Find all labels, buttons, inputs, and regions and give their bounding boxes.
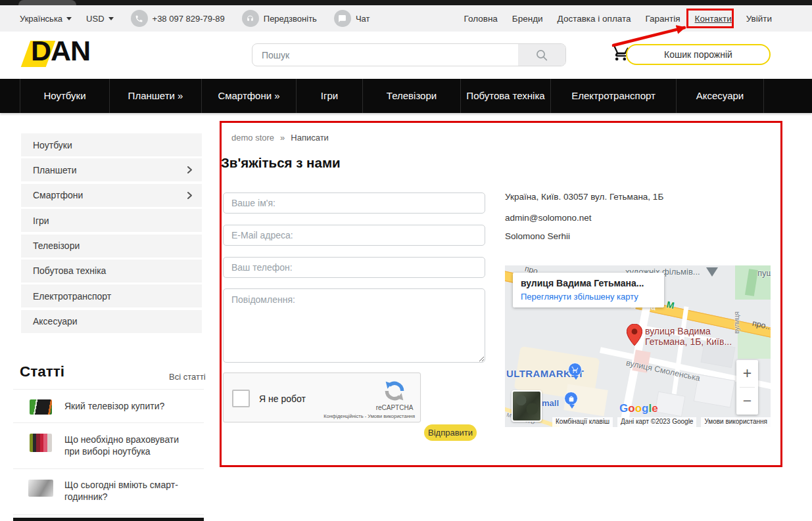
recaptcha-icon: [383, 380, 406, 405]
map-street: [671, 306, 689, 405]
callback-icon: [242, 10, 259, 27]
topbar: Українська USD +38 097 829-79-89 Передзв…: [0, 5, 812, 32]
zoom-out-button[interactable]: −: [736, 388, 758, 415]
currency-select[interactable]: USD: [86, 14, 113, 24]
callback-link[interactable]: Передзвоніть: [264, 14, 317, 24]
keyboard-shortcuts-link[interactable]: Комбінації клавіш: [552, 417, 613, 427]
recaptcha-terms-links[interactable]: Конфіденційність - Умови використання: [323, 413, 415, 419]
nav-item-smartphones[interactable]: Смартфони »: [201, 79, 296, 113]
chevron-right-icon: [187, 166, 193, 174]
info-window-title: вулиця Вадима Гетьмана...: [521, 278, 644, 288]
name-field[interactable]: [223, 193, 485, 214]
articles-all-link[interactable]: Всі статті: [169, 372, 206, 382]
breadcrumb-current: Написати: [291, 133, 329, 143]
chevron-right-icon: [187, 191, 193, 200]
sidebar-item-appliances[interactable]: Побутова техніка: [21, 260, 202, 283]
chat-link[interactable]: Чат: [356, 14, 370, 24]
divider: [13, 389, 204, 390]
breadcrumb: demo store » Написати: [231, 133, 329, 143]
sidebar-item-etransport[interactable]: Електротранспорт: [21, 284, 202, 307]
article-thumbnail[interactable]: [30, 399, 52, 415]
store-logo[interactable]: DAN: [23, 38, 115, 70]
article-thumbnail[interactable]: [30, 434, 52, 452]
browser-tab-edge: [18, 0, 76, 5]
terms-of-use-link[interactable]: Умови використання: [701, 417, 771, 427]
article-link[interactable]: Що сьогодні вміють смарт-годинник?: [64, 479, 181, 503]
topbar-link-delivery[interactable]: Доставка і оплата: [558, 14, 631, 24]
topbar-link-warranty[interactable]: Гарантія: [646, 14, 681, 24]
sidebar-item-accessories[interactable]: Аксесуари: [21, 310, 202, 333]
topbar-left: Українська USD +38 097 829-79-89 Передзв…: [20, 5, 370, 32]
articles-title: Статті: [20, 363, 64, 380]
nav-item-accessories[interactable]: Аксесуари: [676, 79, 764, 113]
language-label: Українська: [20, 14, 62, 24]
nav-item-tvs[interactable]: Телевізори: [362, 79, 460, 113]
map-marker-label: вулиця Вадима Гетьмана, 1Б, Київ...: [645, 327, 738, 347]
phone-number[interactable]: +38 097 829-79-89: [153, 14, 225, 24]
nav-item-etransport[interactable]: Електротранспорт: [550, 79, 676, 113]
language-select[interactable]: Українська: [20, 14, 72, 24]
map-poi-pin-icon[interactable]: [706, 267, 718, 277]
phone-icon: [131, 10, 148, 27]
logo-text: DAN: [31, 35, 90, 67]
sidebar-categories: Ноутбуки Планшети Смартфони Ігри Телевіз…: [21, 133, 202, 333]
sidebar-item-tvs[interactable]: Телевізори: [21, 235, 202, 258]
nav-item-games[interactable]: Ігри: [296, 79, 362, 113]
page-title: Зв'яжіться з нами: [221, 155, 341, 171]
view-larger-map-link[interactable]: Переглянути збільшену карту: [521, 292, 638, 302]
contact-address: Україна, Київ. 03057 вул. Гетьмана, 1Б: [505, 192, 663, 202]
article-thumbnail[interactable]: [28, 480, 53, 497]
chevron-down-icon: [66, 17, 72, 20]
satellite-layer-toggle[interactable]: [512, 390, 542, 422]
map-shopping-pin-icon[interactable]: [568, 363, 582, 376]
browser-edge: [0, 0, 812, 5]
topbar-link-login[interactable]: Увійти: [746, 14, 772, 24]
recaptcha-widget: Я не робот reCAPTCHA Конфіденційність - …: [223, 373, 421, 422]
sidebar-item-tablets[interactable]: Планшети: [21, 158, 202, 181]
cart-status-label: Кошик порожній: [664, 49, 732, 60]
article-link[interactable]: Що необхідно враховувати при виборі ноут…: [64, 434, 181, 457]
map-data-attribution: Дані карт ©2023 Google: [617, 417, 696, 427]
nav-item-appliances[interactable]: Побутова техніка: [460, 79, 550, 113]
sidebar-item-laptops[interactable]: Ноутбуки: [21, 133, 202, 156]
search-input[interactable]: [252, 44, 518, 66]
map-attribution: Комбінації клавіш Дані карт ©2023 Google…: [552, 417, 771, 427]
search-bar: [252, 43, 566, 66]
map-info-window: вулиця Вадима Гетьмана... Переглянути зб…: [513, 273, 664, 307]
email-field[interactable]: [223, 225, 485, 246]
divider: [13, 514, 204, 515]
currency-label: USD: [86, 14, 104, 24]
chevron-down-icon: [108, 17, 114, 20]
map-building: [655, 392, 686, 417]
map-marker-icon[interactable]: [627, 324, 642, 348]
recaptcha-brand: reCAPTCHA: [373, 404, 416, 411]
google-map[interactable]: художніх фільмів... пущ про... ька М про…: [505, 265, 771, 427]
cart-status-button[interactable]: Кошик порожній: [626, 44, 771, 65]
sidebar-item-games[interactable]: Ігри: [21, 209, 202, 232]
article-link[interactable]: Який телевізор купити?: [64, 400, 181, 412]
map-area-label: пущ: [757, 268, 771, 278]
recaptcha-checkbox[interactable]: [232, 390, 250, 407]
google-logo[interactable]: Google: [619, 402, 658, 415]
topbar-link-home[interactable]: Головна: [464, 14, 498, 24]
nav-item-tablets[interactable]: Планшети »: [109, 79, 201, 113]
divider: [13, 468, 204, 469]
nav-item-laptops[interactable]: Ноутбуки: [20, 79, 109, 113]
phone-field[interactable]: [223, 257, 485, 278]
message-field[interactable]: [223, 288, 485, 363]
topbar-link-brands[interactable]: Бренди: [512, 14, 543, 24]
topbar-links: Головна Бренди Доставка і оплата Гаранті…: [464, 5, 772, 32]
topbar-link-contacts[interactable]: Контакти: [695, 14, 732, 24]
submit-button[interactable]: Відправити: [424, 424, 477, 441]
sidebar-item-smartphones[interactable]: Смартфони: [21, 184, 202, 207]
breadcrumb-separator: »: [280, 133, 285, 143]
contact-email[interactable]: admin@solomono.net: [505, 213, 592, 223]
chat-icon: [334, 10, 351, 27]
map-mall-pin-icon[interactable]: [564, 392, 578, 405]
main-nav: Ноутбуки Планшети » Смартфони » Ігри Тел…: [0, 79, 812, 113]
search-icon: [535, 49, 548, 62]
breadcrumb-home[interactable]: demo store: [231, 133, 274, 143]
search-button[interactable]: [518, 44, 565, 66]
zoom-in-button[interactable]: +: [736, 360, 758, 387]
contact-person: Solomono Serhii: [505, 231, 570, 241]
